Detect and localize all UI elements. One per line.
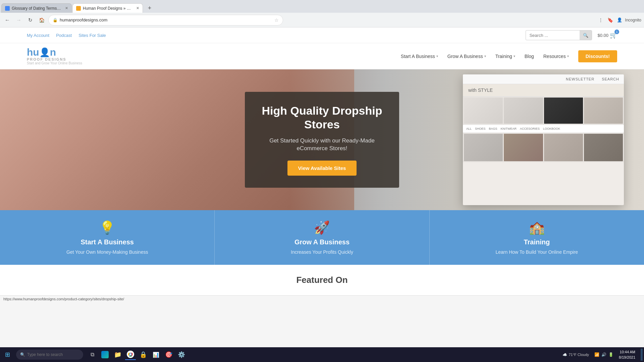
profile-icon[interactable]: 👤 <box>615 16 624 24</box>
screen-products-row2 <box>463 133 624 162</box>
newsletter-label: NEWSLETTER <box>566 77 594 81</box>
status-bar: https://www.humanproofdesigns.com/produc… <box>0 295 644 302</box>
lock-icon: 🔒 <box>53 18 58 22</box>
forward-button[interactable]: → <box>14 15 23 25</box>
product-1 <box>464 98 503 124</box>
feature-section: 💡 Start A Business Get Your Own Money-Ma… <box>0 210 644 265</box>
search-button[interactable]: 🔍 <box>580 31 592 40</box>
nav-grow-business[interactable]: Grow A Business ▾ <box>447 54 486 59</box>
incognito-label: Incognito <box>625 18 641 22</box>
cat-bags: BAGS <box>489 127 497 130</box>
clock-date: 8/19/2021 <box>619 355 635 360</box>
taskbar-app-chrome[interactable] <box>125 349 136 360</box>
feature-icon-1: 💡 <box>99 220 115 235</box>
taskbar-search-icon: 🔍 <box>20 352 25 357</box>
extensions-icon[interactable]: ⋮ <box>597 16 605 24</box>
feature-icon-2: 🚀 <box>314 220 330 235</box>
site-header-top: My Account Podcast Sites For Sale 🔍 $0.0… <box>0 27 644 43</box>
address-url[interactable]: humanproofdesigns.com <box>60 17 272 22</box>
taskbar: ⊞ 🔍 ⧉ 📁 🔒 📊 🎯 ⚙️ ☁️ 71°F Cloudy 📶 <box>0 347 644 362</box>
search-label: SEARCH <box>602 77 619 81</box>
product-5 <box>464 134 503 161</box>
browser-chrome: Glossary of Dating Terms - Dati... ✕ Hum… <box>0 0 644 27</box>
discounts-button[interactable]: Discounts! <box>578 50 617 62</box>
new-tab-button[interactable]: + <box>145 3 154 13</box>
weather-text: 71°F Cloudy <box>569 353 589 357</box>
browser-toolbar: ← → ↻ 🏠 🔒 humanproofdesigns.com ☆ ⋮ 🔖 👤 … <box>0 13 644 27</box>
nav-start-business[interactable]: Start A Business ▾ <box>401 54 438 59</box>
screen-banner-text: with STYLE <box>468 87 493 93</box>
product-3 <box>544 98 583 124</box>
taskbar-app-edge[interactable] <box>100 349 110 360</box>
feature-box-1[interactable]: 💡 Start A Business Get Your Own Money-Ma… <box>0 210 215 265</box>
taskbar-right: ☁️ 71°F Cloudy 📶 🔊 🔋 10:44 AM 8/19/2021 <box>562 349 643 361</box>
product-2 <box>504 98 543 124</box>
taskbar-app-taskview[interactable]: ⧉ <box>87 349 98 360</box>
tab-close-2[interactable]: ✕ <box>136 6 139 10</box>
taskbar-app-lock[interactable]: 🔒 <box>138 349 149 360</box>
browser-tab-active[interactable]: Human Proof Designs » Services... ✕ <box>72 3 143 13</box>
weather-widget: ☁️ 71°F Cloudy <box>562 353 589 357</box>
search-input[interactable] <box>526 33 580 38</box>
show-desktop-button[interactable] <box>641 349 643 361</box>
taskbar-app-excel[interactable]: 📊 <box>151 349 161 360</box>
hero-screen-mockup: NEWSLETTER SEARCH with STYLE ALL SHOES B… <box>463 74 624 205</box>
nav-blog[interactable]: Blog <box>525 54 534 59</box>
browser-tabs-bar: Glossary of Dating Terms - Dati... ✕ Hum… <box>0 0 644 13</box>
system-icons: 📶 🔊 🔋 <box>594 352 613 357</box>
top-nav-links: My Account Podcast Sites For Sale <box>27 33 106 38</box>
chrome-svg-icon <box>127 351 134 358</box>
nav-training[interactable]: Training ▾ <box>495 54 515 59</box>
my-account-link[interactable]: My Account <box>27 33 49 38</box>
product-4 <box>584 98 623 124</box>
taskbar-app-5[interactable]: 🎯 <box>163 349 174 360</box>
sites-for-sale-link[interactable]: Sites For Sale <box>78 33 106 38</box>
home-button[interactable]: 🏠 <box>37 15 46 25</box>
cart-area[interactable]: $0.00 🛒 1 <box>597 32 617 39</box>
battery-icon: 🔋 <box>608 352 613 357</box>
address-bar[interactable]: 🔒 humanproofdesigns.com ☆ <box>48 15 283 25</box>
feature-box-3[interactable]: 🏫 Training Learn How To Build Your Onlin… <box>430 210 644 265</box>
hero-section: NEWSLETTER SEARCH with STYLE ALL SHOES B… <box>0 69 644 210</box>
feature-desc-1: Get Your Own Money-Making Business <box>66 249 148 255</box>
feature-title-2: Grow A Business <box>294 238 350 246</box>
featured-title: Featured On <box>27 275 617 285</box>
tab-close-1[interactable]: ✕ <box>65 6 68 10</box>
site-header-main: hu👤n PROOF DESIGNS Start and Grow Your O… <box>0 43 644 69</box>
save-icon[interactable]: 🔖 <box>606 16 614 24</box>
refresh-button[interactable]: ↻ <box>25 15 35 25</box>
hero-overlay-box: High Quality Dropship Stores Get Started… <box>245 92 399 188</box>
search-bar[interactable]: 🔍 <box>526 30 592 40</box>
cart-icon-wrap: 🛒 1 <box>610 32 617 39</box>
logo-tagline: Start and Grow Your Online Business <box>27 61 82 65</box>
taskbar-app-6[interactable]: ⚙️ <box>176 349 187 360</box>
podcast-link[interactable]: Podcast <box>56 33 72 38</box>
taskbar-search-input[interactable] <box>27 352 77 357</box>
nav-resources[interactable]: Resources ▾ <box>543 54 569 59</box>
hero-cta-button[interactable]: View Available Sites <box>287 161 357 176</box>
start-button[interactable]: ⊞ <box>1 349 13 361</box>
featured-section: Featured On <box>0 265 644 295</box>
star-icon[interactable]: ☆ <box>274 17 279 23</box>
feature-box-2[interactable]: 🚀 Grow A Business Increases Your Profits… <box>215 210 429 265</box>
toolbar-right-icons: ⋮ 🔖 👤 Incognito <box>597 16 641 24</box>
back-button[interactable]: ← <box>3 15 12 25</box>
dropdown-arrow-1: ▾ <box>436 54 438 58</box>
logo-text: hu👤n <box>27 47 82 57</box>
website-content: My Account Podcast Sites For Sale 🔍 $0.0… <box>0 27 644 295</box>
dropdown-arrow-2: ▾ <box>484 54 486 58</box>
taskbar-app-file-explorer[interactable]: 📁 <box>112 349 123 360</box>
logo[interactable]: hu👤n PROOF DESIGNS Start and Grow Your O… <box>27 47 82 65</box>
feature-desc-3: Learn How To Build Your Online Empire <box>495 249 578 255</box>
main-nav: Start A Business ▾ Grow A Business ▾ Tra… <box>401 50 617 62</box>
clock-time: 10:44 AM <box>619 349 635 355</box>
tab-label-1: Glossary of Dating Terms - Dati... <box>12 6 62 11</box>
tab-label-2: Human Proof Designs » Services... <box>83 6 133 11</box>
screen-top-bar: NEWSLETTER SEARCH <box>463 74 624 84</box>
cart-amount: $0.00 <box>597 33 608 38</box>
cat-shoes: SHOES <box>475 127 486 130</box>
hero-title: High Quality Dropship Stores <box>262 104 382 131</box>
dropdown-arrow-3: ▾ <box>514 54 515 58</box>
browser-tab-inactive[interactable]: Glossary of Dating Terms - Dati... ✕ <box>1 3 72 13</box>
taskbar-search-bar[interactable]: 🔍 <box>16 350 83 360</box>
